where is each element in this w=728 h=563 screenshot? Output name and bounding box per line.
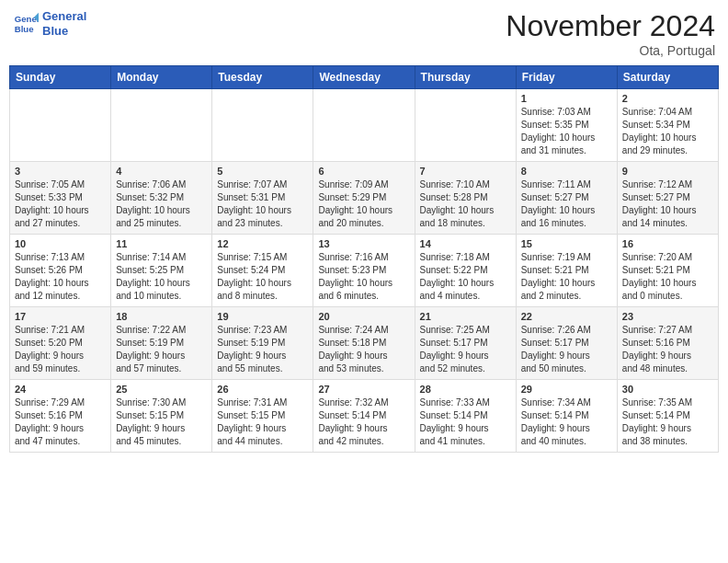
day-number: 11 bbox=[116, 238, 207, 249]
day-number: 5 bbox=[217, 166, 308, 177]
day-info: Sunrise: 7:32 AMSunset: 5:14 PMDaylight:… bbox=[318, 396, 409, 448]
calendar-cell: 13Sunrise: 7:16 AMSunset: 5:23 PMDayligh… bbox=[313, 235, 415, 307]
day-number: 28 bbox=[420, 384, 511, 395]
day-info: Sunrise: 7:14 AMSunset: 5:25 PMDaylight:… bbox=[116, 251, 207, 303]
calendar-cell bbox=[415, 89, 516, 162]
day-number: 23 bbox=[622, 311, 713, 322]
calendar-cell: 5Sunrise: 7:07 AMSunset: 5:31 PMDaylight… bbox=[212, 162, 313, 235]
day-number: 12 bbox=[217, 238, 308, 249]
logo-icon: General Blue bbox=[13, 11, 39, 37]
calendar-cell bbox=[10, 89, 111, 162]
calendar-cell: 15Sunrise: 7:19 AMSunset: 5:21 PMDayligh… bbox=[516, 235, 617, 307]
day-info: Sunrise: 7:21 AMSunset: 5:20 PMDaylight:… bbox=[15, 324, 106, 375]
logo-line1: General bbox=[42, 9, 86, 24]
day-number: 9 bbox=[622, 166, 713, 177]
calendar-cell: 22Sunrise: 7:26 AMSunset: 5:17 PMDayligh… bbox=[516, 307, 617, 380]
calendar-cell: 21Sunrise: 7:25 AMSunset: 5:17 PMDayligh… bbox=[415, 307, 516, 380]
calendar-cell: 10Sunrise: 7:13 AMSunset: 5:26 PMDayligh… bbox=[10, 235, 111, 307]
day-info: Sunrise: 7:31 AMSunset: 5:15 PMDaylight:… bbox=[217, 396, 308, 448]
calendar-cell: 12Sunrise: 7:15 AMSunset: 5:24 PMDayligh… bbox=[212, 235, 313, 307]
day-number: 30 bbox=[622, 384, 713, 395]
header-friday: Friday bbox=[516, 66, 617, 89]
calendar-cell: 29Sunrise: 7:34 AMSunset: 5:14 PMDayligh… bbox=[516, 380, 617, 453]
calendar-cell: 23Sunrise: 7:27 AMSunset: 5:16 PMDayligh… bbox=[617, 307, 718, 380]
day-info: Sunrise: 7:35 AMSunset: 5:14 PMDaylight:… bbox=[622, 396, 713, 448]
header-tuesday: Tuesday bbox=[212, 66, 313, 89]
day-info: Sunrise: 7:06 AMSunset: 5:32 PMDaylight:… bbox=[116, 178, 207, 230]
calendar-cell: 18Sunrise: 7:22 AMSunset: 5:19 PMDayligh… bbox=[111, 307, 212, 380]
day-info: Sunrise: 7:04 AMSunset: 5:34 PMDaylight:… bbox=[622, 106, 713, 157]
day-number: 27 bbox=[318, 384, 409, 395]
day-number: 2 bbox=[622, 93, 713, 104]
calendar-cell bbox=[212, 89, 313, 162]
day-number: 16 bbox=[622, 238, 713, 249]
day-info: Sunrise: 7:25 AMSunset: 5:17 PMDaylight:… bbox=[420, 324, 511, 375]
calendar-cell bbox=[313, 89, 415, 162]
calendar-cell: 9Sunrise: 7:12 AMSunset: 5:27 PMDaylight… bbox=[617, 162, 718, 235]
title-section: November 2024 Ota, Portugal bbox=[506, 9, 715, 58]
calendar-cell: 19Sunrise: 7:23 AMSunset: 5:19 PMDayligh… bbox=[212, 307, 313, 380]
day-info: Sunrise: 7:20 AMSunset: 5:21 PMDaylight:… bbox=[622, 251, 713, 303]
day-info: Sunrise: 7:12 AMSunset: 5:27 PMDaylight:… bbox=[622, 178, 713, 230]
calendar-cell: 14Sunrise: 7:18 AMSunset: 5:22 PMDayligh… bbox=[415, 235, 516, 307]
header-thursday: Thursday bbox=[415, 66, 516, 89]
day-number: 10 bbox=[15, 238, 106, 249]
day-info: Sunrise: 7:23 AMSunset: 5:19 PMDaylight:… bbox=[217, 324, 308, 375]
weekday-header-row: Sunday Monday Tuesday Wednesday Thursday… bbox=[10, 66, 719, 89]
header-wednesday: Wednesday bbox=[313, 66, 415, 89]
calendar-cell: 30Sunrise: 7:35 AMSunset: 5:14 PMDayligh… bbox=[617, 380, 718, 453]
day-number: 26 bbox=[217, 384, 308, 395]
day-info: Sunrise: 7:26 AMSunset: 5:17 PMDaylight:… bbox=[521, 324, 612, 375]
location: Ota, Portugal bbox=[506, 43, 715, 58]
day-number: 1 bbox=[521, 93, 612, 104]
day-info: Sunrise: 7:11 AMSunset: 5:27 PMDaylight:… bbox=[521, 178, 612, 230]
logo-line2: Blue bbox=[42, 24, 86, 39]
calendar-cell: 3Sunrise: 7:05 AMSunset: 5:33 PMDaylight… bbox=[10, 162, 111, 235]
day-info: Sunrise: 7:09 AMSunset: 5:29 PMDaylight:… bbox=[318, 178, 409, 230]
calendar-cell: 24Sunrise: 7:29 AMSunset: 5:16 PMDayligh… bbox=[10, 380, 111, 453]
day-info: Sunrise: 7:34 AMSunset: 5:14 PMDaylight:… bbox=[521, 396, 612, 448]
calendar-cell: 6Sunrise: 7:09 AMSunset: 5:29 PMDaylight… bbox=[313, 162, 415, 235]
calendar-cell: 17Sunrise: 7:21 AMSunset: 5:20 PMDayligh… bbox=[10, 307, 111, 380]
day-number: 3 bbox=[15, 166, 106, 177]
week-row-1: 1Sunrise: 7:03 AMSunset: 5:35 PMDaylight… bbox=[10, 89, 719, 162]
calendar-cell: 8Sunrise: 7:11 AMSunset: 5:27 PMDaylight… bbox=[516, 162, 617, 235]
header-sunday: Sunday bbox=[10, 66, 111, 89]
header-saturday: Saturday bbox=[617, 66, 718, 89]
calendar-cell: 2Sunrise: 7:04 AMSunset: 5:34 PMDaylight… bbox=[617, 89, 718, 162]
calendar-cell: 7Sunrise: 7:10 AMSunset: 5:28 PMDaylight… bbox=[415, 162, 516, 235]
day-number: 21 bbox=[420, 311, 511, 322]
day-number: 19 bbox=[217, 311, 308, 322]
day-number: 8 bbox=[521, 166, 612, 177]
day-info: Sunrise: 7:33 AMSunset: 5:14 PMDaylight:… bbox=[420, 396, 511, 448]
day-number: 20 bbox=[318, 311, 409, 322]
month-title: November 2024 bbox=[506, 9, 715, 43]
calendar-cell: 28Sunrise: 7:33 AMSunset: 5:14 PMDayligh… bbox=[415, 380, 516, 453]
logo: General Blue General Blue bbox=[13, 9, 86, 38]
day-info: Sunrise: 7:16 AMSunset: 5:23 PMDaylight:… bbox=[318, 251, 409, 303]
day-number: 18 bbox=[116, 311, 207, 322]
day-info: Sunrise: 7:29 AMSunset: 5:16 PMDaylight:… bbox=[15, 396, 106, 448]
day-number: 14 bbox=[420, 238, 511, 249]
week-row-5: 24Sunrise: 7:29 AMSunset: 5:16 PMDayligh… bbox=[10, 380, 719, 453]
day-number: 22 bbox=[521, 311, 612, 322]
calendar-cell: 1Sunrise: 7:03 AMSunset: 5:35 PMDaylight… bbox=[516, 89, 617, 162]
day-info: Sunrise: 7:18 AMSunset: 5:22 PMDaylight:… bbox=[420, 251, 511, 303]
svg-text:Blue: Blue bbox=[15, 23, 34, 33]
calendar-cell: 27Sunrise: 7:32 AMSunset: 5:14 PMDayligh… bbox=[313, 380, 415, 453]
calendar-cell: 25Sunrise: 7:30 AMSunset: 5:15 PMDayligh… bbox=[111, 380, 212, 453]
header-monday: Monday bbox=[111, 66, 212, 89]
day-info: Sunrise: 7:05 AMSunset: 5:33 PMDaylight:… bbox=[15, 178, 106, 230]
day-number: 24 bbox=[15, 384, 106, 395]
day-number: 15 bbox=[521, 238, 612, 249]
week-row-3: 10Sunrise: 7:13 AMSunset: 5:26 PMDayligh… bbox=[10, 235, 719, 307]
calendar-cell: 4Sunrise: 7:06 AMSunset: 5:32 PMDaylight… bbox=[111, 162, 212, 235]
day-info: Sunrise: 7:19 AMSunset: 5:21 PMDaylight:… bbox=[521, 251, 612, 303]
day-number: 6 bbox=[318, 166, 409, 177]
day-info: Sunrise: 7:24 AMSunset: 5:18 PMDaylight:… bbox=[318, 324, 409, 375]
day-info: Sunrise: 7:10 AMSunset: 5:28 PMDaylight:… bbox=[420, 178, 511, 230]
calendar-cell: 26Sunrise: 7:31 AMSunset: 5:15 PMDayligh… bbox=[212, 380, 313, 453]
week-row-4: 17Sunrise: 7:21 AMSunset: 5:20 PMDayligh… bbox=[10, 307, 719, 380]
page-header: General Blue General Blue November 2024 … bbox=[9, 9, 719, 58]
day-number: 4 bbox=[116, 166, 207, 177]
